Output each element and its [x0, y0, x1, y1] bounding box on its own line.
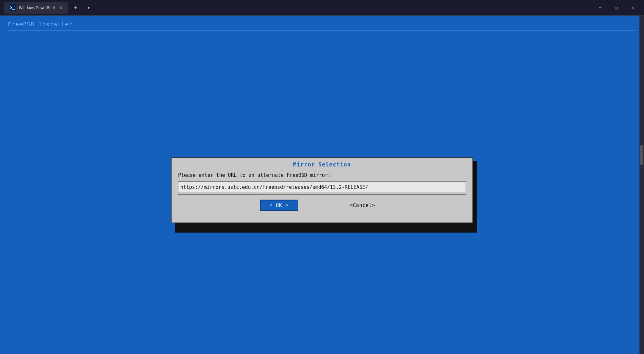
dialog-overlay: Mirror Selection Please enter the URL to… — [171, 157, 473, 223]
tab-dropdown-button[interactable]: ▾ — [84, 3, 94, 13]
tab-title: Windows PowerShell — [19, 6, 56, 10]
url-input-value: https://mirrors.ustc.edu.cn/freebsd/rele… — [180, 184, 368, 190]
close-button[interactable]: ✕ — [625, 3, 640, 13]
active-tab[interactable]: Windows PowerShell ✕ — [4, 2, 68, 14]
dialog-body: Please enter the URL to an alternate Fre… — [172, 169, 472, 216]
mirror-selection-dialog: Mirror Selection Please enter the URL to… — [171, 157, 473, 223]
dialog-buttons: < OK > <Cancel> — [178, 200, 466, 211]
input-underline — [178, 194, 466, 194]
dialog-title-bar: Mirror Selection — [172, 158, 472, 169]
titlebar: Windows PowerShell ✕ + ▾ ─ □ ✕ — [0, 0, 644, 16]
scrollbar[interactable] — [639, 16, 644, 354]
cancel-button[interactable]: <Cancel> — [341, 200, 384, 211]
tab-close-button[interactable]: ✕ — [58, 5, 63, 10]
header-divider — [8, 30, 636, 31]
freebsd-header: FreeBSD Installer — [0, 16, 644, 30]
scrollbar-thumb[interactable] — [640, 145, 643, 165]
dialog-label: Please enter the URL to an alternate Fre… — [178, 172, 466, 178]
ok-button[interactable]: < OK > — [260, 200, 299, 211]
dialog-title: Mirror Selection — [293, 161, 351, 167]
svg-rect-0 — [9, 4, 16, 11]
maximize-button[interactable]: □ — [609, 3, 624, 13]
powershell-icon — [8, 4, 16, 12]
window-controls: ─ □ ✕ — [593, 3, 640, 13]
minimize-button[interactable]: ─ — [593, 3, 608, 13]
terminal-area: FreeBSD Installer Mirror Selection Pleas… — [0, 16, 644, 354]
url-input-wrapper[interactable]: https://mirrors.ustc.edu.cn/freebsd/rele… — [178, 181, 466, 193]
new-tab-button[interactable]: + — [71, 3, 81, 13]
